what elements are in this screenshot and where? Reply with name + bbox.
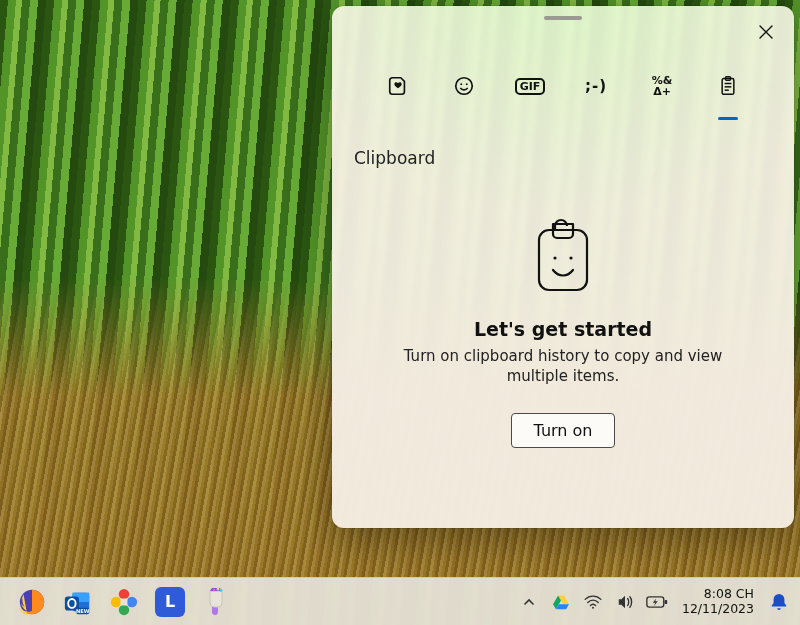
clock-date: 12/11/2023 — [682, 602, 754, 616]
smile-icon — [453, 75, 475, 97]
tray-volume[interactable] — [614, 591, 636, 613]
svg-point-10 — [569, 256, 572, 259]
taskbar-app-google-photos[interactable] — [102, 582, 146, 622]
clipboard-panel: GIF ;-) %& Δ+ Clipboard Let's get starte… — [332, 6, 794, 528]
svg-point-24 — [213, 588, 216, 591]
clipboard-icon — [718, 75, 738, 97]
panel-grabber[interactable] — [544, 16, 582, 20]
tray-notifications[interactable] — [768, 591, 790, 613]
svg-point-27 — [592, 606, 594, 608]
gif-icon: GIF — [515, 78, 546, 95]
taskbar-app-l[interactable]: L — [148, 582, 192, 622]
section-title: Clipboard — [354, 148, 435, 168]
taskbar-clock[interactable]: 8:08 CH 12/11/2023 — [682, 587, 754, 616]
tray-drive[interactable] — [550, 591, 572, 613]
svg-text:NEW: NEW — [76, 607, 90, 613]
paint-icon — [202, 587, 230, 617]
tray-overflow-button[interactable] — [518, 591, 540, 613]
firefox-icon — [17, 587, 47, 617]
svg-point-26 — [220, 589, 223, 592]
svg-rect-22 — [121, 598, 128, 605]
svg-point-9 — [553, 256, 556, 259]
svg-point-0 — [456, 78, 473, 95]
kaomoji-icon: ;-) — [585, 77, 607, 95]
turn-on-button[interactable]: Turn on — [511, 413, 616, 448]
empty-heading: Let's get started — [474, 318, 652, 340]
panel-tabs: GIF ;-) %& Δ+ — [332, 66, 794, 106]
wifi-icon — [584, 595, 602, 609]
empty-body: Turn on clipboard history to copy and vi… — [374, 346, 752, 387]
taskbar: NEW L — [0, 577, 800, 625]
clock-time: 8:08 CH — [682, 587, 754, 601]
chevron-up-icon — [523, 596, 535, 608]
tab-emoji[interactable] — [444, 66, 484, 106]
taskbar-app-firefox[interactable] — [10, 582, 54, 622]
l-app-icon: L — [155, 587, 185, 617]
tab-recent[interactable] — [378, 66, 418, 106]
tab-clipboard[interactable] — [708, 66, 748, 106]
system-tray: 8:08 CH 12/11/2023 — [518, 587, 790, 616]
close-icon — [759, 25, 773, 39]
outlook-icon: NEW — [63, 587, 93, 617]
heart-note-icon — [387, 75, 409, 97]
close-button[interactable] — [752, 18, 780, 46]
google-drive-icon — [552, 594, 570, 610]
svg-point-25 — [217, 587, 220, 590]
symbols-icon: %& Δ+ — [652, 75, 673, 97]
tray-wifi[interactable] — [582, 591, 604, 613]
l-app-letter: L — [165, 592, 175, 611]
tab-gif[interactable]: GIF — [510, 66, 550, 106]
svg-rect-29 — [665, 599, 668, 603]
svg-point-1 — [460, 83, 462, 85]
svg-point-19 — [127, 596, 138, 607]
taskbar-app-outlook[interactable]: NEW — [56, 582, 100, 622]
clipboard-empty-state: Let's get started Turn on clipboard hist… — [332, 218, 794, 448]
clipboard-smile-icon — [531, 218, 595, 298]
volume-icon — [616, 594, 634, 610]
svg-point-2 — [466, 83, 468, 85]
svg-point-20 — [119, 604, 130, 615]
tab-kaomoji[interactable]: ;-) — [576, 66, 616, 106]
battery-icon — [646, 595, 668, 609]
tab-symbols[interactable]: %& Δ+ — [642, 66, 682, 106]
bell-icon — [770, 592, 788, 612]
google-photos-icon — [110, 588, 138, 616]
svg-point-21 — [111, 596, 122, 607]
taskbar-apps: NEW L — [10, 582, 238, 622]
taskbar-app-paint[interactable] — [194, 582, 238, 622]
tray-battery[interactable] — [646, 591, 668, 613]
svg-point-18 — [119, 588, 130, 599]
